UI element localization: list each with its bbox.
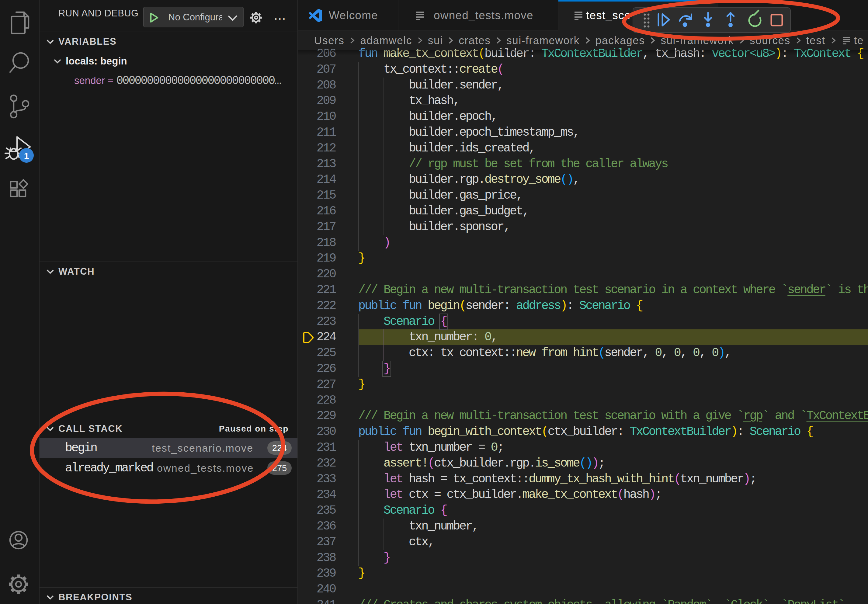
svg-text:1: 1 (24, 151, 29, 161)
